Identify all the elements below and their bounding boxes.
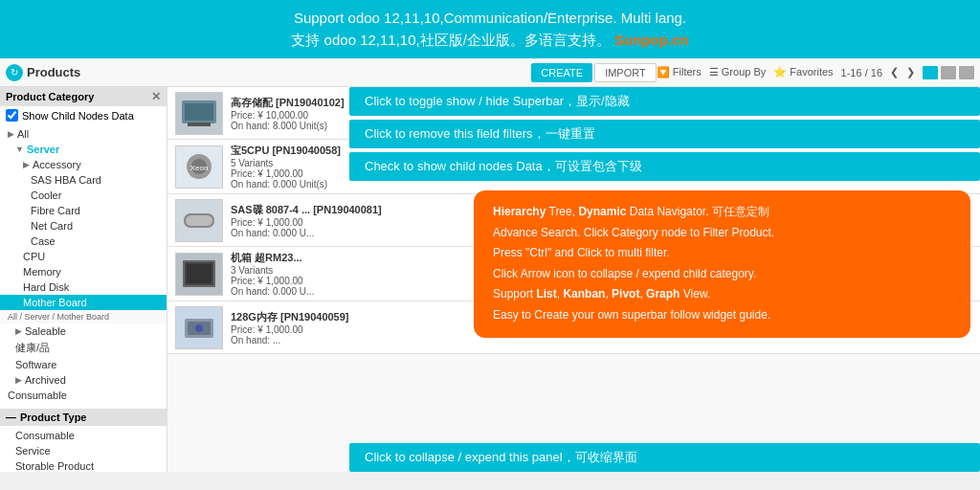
type-storable[interactable]: Storable Product bbox=[8, 458, 159, 472]
product-img-5 bbox=[175, 306, 223, 349]
product-type-header: — Product Type bbox=[0, 409, 167, 426]
tree-item-consumable[interactable]: Consumable bbox=[0, 388, 167, 403]
tree-item-netcard[interactable]: Net Card bbox=[0, 218, 167, 234]
category-tree: ▶ All ▼ Server ▶ Accessory SAS HBA Card … bbox=[0, 124, 167, 405]
tooltip-main-title: Hierarchy Tree, Dynamic Data Navigator. … bbox=[493, 202, 951, 223]
tree-item-harddisk[interactable]: Hard Disk bbox=[0, 279, 167, 295]
favorites-label[interactable]: ⭐ Favorites bbox=[773, 66, 833, 78]
tree-item-archived[interactable]: ▶ Archived bbox=[0, 372, 167, 388]
pagination: 1-16 / 16 bbox=[841, 67, 882, 78]
tree-item-software[interactable]: Software bbox=[0, 357, 167, 372]
tooltip-collapse-panel[interactable]: Click to collapse / expend this panel，可收… bbox=[349, 443, 980, 472]
type-consumable[interactable]: Consumable bbox=[8, 428, 159, 443]
filter-area: 🔽 Filters ☰ Group By ⭐ Favorites 1-16 / … bbox=[657, 66, 974, 79]
tree-item-cooler[interactable]: Cooler bbox=[0, 188, 167, 203]
banner-line1: Support odoo 12,11,10,Communication/Ente… bbox=[10, 8, 970, 30]
svg-rect-7 bbox=[186, 215, 212, 226]
tree-breadcrumb-path: All / Server / Mother Board bbox=[0, 310, 167, 323]
import-button[interactable]: IMPORT bbox=[594, 63, 657, 82]
group-by-label[interactable]: ☰ Group By bbox=[709, 66, 767, 78]
product-img-3 bbox=[175, 199, 223, 242]
close-product-category-button[interactable]: ✕ bbox=[151, 90, 161, 103]
kanban-view-button[interactable] bbox=[941, 66, 956, 79]
tooltip-main: Hierarchy Tree, Dynamic Data Navigator. … bbox=[474, 190, 970, 338]
child-nodes-input[interactable] bbox=[6, 109, 18, 122]
product-category-header: Product Category ✕ bbox=[0, 87, 167, 106]
svg-point-13 bbox=[195, 324, 203, 332]
action-buttons: CREATE IMPORT bbox=[531, 63, 656, 82]
type-service[interactable]: Service bbox=[8, 443, 159, 458]
sidebar: Product Category ✕ Show Child Nodes Data… bbox=[0, 87, 167, 472]
tree-item-fibre[interactable]: Fibre Card bbox=[0, 203, 167, 218]
banner-line2: 支持 odoo 12,11,10,社区版/企业版。多语言支持。 Sunpop.c… bbox=[10, 30, 970, 52]
tooltip-remove-filter: Click to remove this field filters，一键重置 bbox=[349, 120, 980, 148]
tooltip-superbar: Click to toggle show / hide Superbar，显示/… bbox=[349, 87, 980, 116]
tree-item-sas-hba[interactable]: SAS HBA Card bbox=[0, 172, 167, 188]
product-type-list: Consumable Service Storable Product bbox=[0, 426, 167, 472]
svg-rect-1 bbox=[185, 103, 213, 121]
product-list: 高存储配 [PN19040102] Price: ¥ 10,000.00 On … bbox=[167, 87, 980, 472]
next-page-button[interactable]: ❯ bbox=[906, 66, 915, 78]
pivot-view-button[interactable] bbox=[959, 66, 974, 79]
tree-item-saleable[interactable]: ▶ Saleable bbox=[0, 323, 167, 339]
breadcrumb: Products bbox=[27, 65, 80, 79]
list-view-button[interactable] bbox=[923, 66, 938, 79]
tree-item-health[interactable]: 健康/品 bbox=[0, 339, 167, 357]
product-img-1 bbox=[175, 92, 223, 135]
tooltip-child-nodes: Check to show child nodes Data，可设置包含下级 bbox=[349, 152, 980, 181]
tree-item-memory[interactable]: Memory bbox=[0, 264, 167, 279]
tree-item-cpu[interactable]: CPU bbox=[0, 249, 167, 264]
header-banner: Support odoo 12,11,10,Communication/Ente… bbox=[0, 0, 980, 58]
tree-item-case[interactable]: Case bbox=[0, 234, 167, 249]
sunpop-link[interactable]: Sunpop.cn bbox=[614, 32, 689, 48]
main-layout: Product Category ✕ Show Child Nodes Data… bbox=[0, 87, 980, 472]
breadcrumb-area: ↻ Products bbox=[6, 64, 531, 81]
show-child-nodes-checkbox[interactable]: Show Child Nodes Data bbox=[0, 106, 167, 124]
top-nav: ↻ Products CREATE IMPORT 🔽 Filters ☰ Gro… bbox=[0, 58, 980, 87]
tree-item-server[interactable]: ▼ Server bbox=[0, 142, 167, 157]
svg-rect-2 bbox=[188, 122, 211, 126]
product-img-2: Xeon bbox=[175, 145, 223, 189]
view-icons bbox=[923, 66, 974, 79]
tree-item-accessory[interactable]: ▶ Accessory bbox=[0, 157, 167, 172]
product-img-4 bbox=[175, 253, 223, 296]
svg-rect-10 bbox=[187, 264, 212, 283]
filter-label[interactable]: 🔽 Filters bbox=[657, 66, 702, 78]
create-button[interactable]: CREATE bbox=[531, 63, 592, 82]
tree-item-all[interactable]: ▶ All bbox=[0, 126, 167, 142]
tree-item-motherboard[interactable]: Mother Board bbox=[0, 295, 167, 310]
svg-text:Xeon: Xeon bbox=[190, 164, 209, 172]
nav-back-button[interactable]: ↻ bbox=[6, 64, 23, 81]
prev-page-button[interactable]: ❮ bbox=[890, 66, 899, 78]
